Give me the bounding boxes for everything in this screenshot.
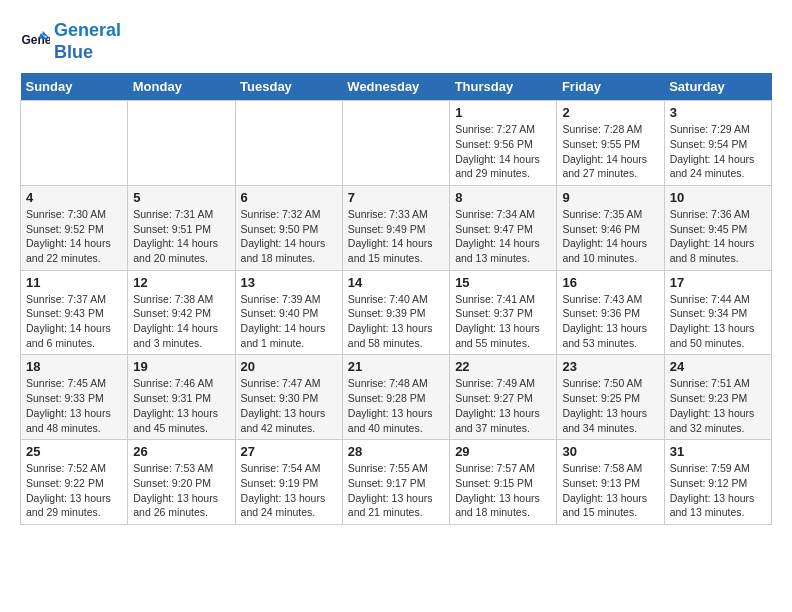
weekday-header-wednesday: Wednesday bbox=[342, 73, 449, 101]
weekday-header-monday: Monday bbox=[128, 73, 235, 101]
day-info: Sunrise: 7:48 AM Sunset: 9:28 PM Dayligh… bbox=[348, 376, 444, 435]
logo-text: General Blue bbox=[54, 20, 121, 63]
day-info: Sunrise: 7:39 AM Sunset: 9:40 PM Dayligh… bbox=[241, 292, 337, 351]
calendar-cell: 4Sunrise: 7:30 AM Sunset: 9:52 PM Daylig… bbox=[21, 185, 128, 270]
day-info: Sunrise: 7:58 AM Sunset: 9:13 PM Dayligh… bbox=[562, 461, 658, 520]
day-info: Sunrise: 7:37 AM Sunset: 9:43 PM Dayligh… bbox=[26, 292, 122, 351]
day-info: Sunrise: 7:32 AM Sunset: 9:50 PM Dayligh… bbox=[241, 207, 337, 266]
day-number: 15 bbox=[455, 275, 551, 290]
day-number: 13 bbox=[241, 275, 337, 290]
day-number: 24 bbox=[670, 359, 766, 374]
day-info: Sunrise: 7:59 AM Sunset: 9:12 PM Dayligh… bbox=[670, 461, 766, 520]
day-info: Sunrise: 7:57 AM Sunset: 9:15 PM Dayligh… bbox=[455, 461, 551, 520]
day-info: Sunrise: 7:40 AM Sunset: 9:39 PM Dayligh… bbox=[348, 292, 444, 351]
calendar-cell: 5Sunrise: 7:31 AM Sunset: 9:51 PM Daylig… bbox=[128, 185, 235, 270]
calendar-cell: 26Sunrise: 7:53 AM Sunset: 9:20 PM Dayli… bbox=[128, 440, 235, 525]
calendar-cell: 30Sunrise: 7:58 AM Sunset: 9:13 PM Dayli… bbox=[557, 440, 664, 525]
calendar-cell: 21Sunrise: 7:48 AM Sunset: 9:28 PM Dayli… bbox=[342, 355, 449, 440]
weekday-header-saturday: Saturday bbox=[664, 73, 771, 101]
logo: General General Blue bbox=[20, 20, 121, 63]
calendar-cell bbox=[128, 101, 235, 186]
day-number: 31 bbox=[670, 444, 766, 459]
calendar-cell: 13Sunrise: 7:39 AM Sunset: 9:40 PM Dayli… bbox=[235, 270, 342, 355]
calendar-cell: 9Sunrise: 7:35 AM Sunset: 9:46 PM Daylig… bbox=[557, 185, 664, 270]
day-number: 25 bbox=[26, 444, 122, 459]
day-info: Sunrise: 7:53 AM Sunset: 9:20 PM Dayligh… bbox=[133, 461, 229, 520]
day-info: Sunrise: 7:34 AM Sunset: 9:47 PM Dayligh… bbox=[455, 207, 551, 266]
calendar-cell: 28Sunrise: 7:55 AM Sunset: 9:17 PM Dayli… bbox=[342, 440, 449, 525]
day-number: 21 bbox=[348, 359, 444, 374]
calendar-cell: 19Sunrise: 7:46 AM Sunset: 9:31 PM Dayli… bbox=[128, 355, 235, 440]
day-info: Sunrise: 7:44 AM Sunset: 9:34 PM Dayligh… bbox=[670, 292, 766, 351]
day-number: 20 bbox=[241, 359, 337, 374]
day-info: Sunrise: 7:49 AM Sunset: 9:27 PM Dayligh… bbox=[455, 376, 551, 435]
day-info: Sunrise: 7:30 AM Sunset: 9:52 PM Dayligh… bbox=[26, 207, 122, 266]
calendar-cell: 16Sunrise: 7:43 AM Sunset: 9:36 PM Dayli… bbox=[557, 270, 664, 355]
calendar-cell: 2Sunrise: 7:28 AM Sunset: 9:55 PM Daylig… bbox=[557, 101, 664, 186]
calendar-cell: 7Sunrise: 7:33 AM Sunset: 9:49 PM Daylig… bbox=[342, 185, 449, 270]
day-info: Sunrise: 7:28 AM Sunset: 9:55 PM Dayligh… bbox=[562, 122, 658, 181]
calendar-cell bbox=[235, 101, 342, 186]
day-number: 5 bbox=[133, 190, 229, 205]
day-info: Sunrise: 7:50 AM Sunset: 9:25 PM Dayligh… bbox=[562, 376, 658, 435]
day-number: 29 bbox=[455, 444, 551, 459]
calendar-cell: 11Sunrise: 7:37 AM Sunset: 9:43 PM Dayli… bbox=[21, 270, 128, 355]
day-info: Sunrise: 7:51 AM Sunset: 9:23 PM Dayligh… bbox=[670, 376, 766, 435]
calendar-cell: 24Sunrise: 7:51 AM Sunset: 9:23 PM Dayli… bbox=[664, 355, 771, 440]
day-info: Sunrise: 7:52 AM Sunset: 9:22 PM Dayligh… bbox=[26, 461, 122, 520]
calendar-cell: 10Sunrise: 7:36 AM Sunset: 9:45 PM Dayli… bbox=[664, 185, 771, 270]
calendar-cell bbox=[342, 101, 449, 186]
day-info: Sunrise: 7:55 AM Sunset: 9:17 PM Dayligh… bbox=[348, 461, 444, 520]
day-info: Sunrise: 7:47 AM Sunset: 9:30 PM Dayligh… bbox=[241, 376, 337, 435]
logo-icon: General bbox=[20, 27, 50, 57]
calendar-cell: 6Sunrise: 7:32 AM Sunset: 9:50 PM Daylig… bbox=[235, 185, 342, 270]
day-number: 22 bbox=[455, 359, 551, 374]
page-header: General General Blue bbox=[20, 20, 772, 63]
weekday-header-thursday: Thursday bbox=[450, 73, 557, 101]
day-info: Sunrise: 7:31 AM Sunset: 9:51 PM Dayligh… bbox=[133, 207, 229, 266]
day-number: 2 bbox=[562, 105, 658, 120]
day-info: Sunrise: 7:27 AM Sunset: 9:56 PM Dayligh… bbox=[455, 122, 551, 181]
day-number: 23 bbox=[562, 359, 658, 374]
day-number: 16 bbox=[562, 275, 658, 290]
calendar-table: SundayMondayTuesdayWednesdayThursdayFrid… bbox=[20, 73, 772, 525]
day-number: 14 bbox=[348, 275, 444, 290]
day-info: Sunrise: 7:54 AM Sunset: 9:19 PM Dayligh… bbox=[241, 461, 337, 520]
day-number: 27 bbox=[241, 444, 337, 459]
calendar-cell: 25Sunrise: 7:52 AM Sunset: 9:22 PM Dayli… bbox=[21, 440, 128, 525]
day-number: 11 bbox=[26, 275, 122, 290]
day-number: 30 bbox=[562, 444, 658, 459]
day-info: Sunrise: 7:46 AM Sunset: 9:31 PM Dayligh… bbox=[133, 376, 229, 435]
day-number: 12 bbox=[133, 275, 229, 290]
day-info: Sunrise: 7:45 AM Sunset: 9:33 PM Dayligh… bbox=[26, 376, 122, 435]
calendar-cell: 3Sunrise: 7:29 AM Sunset: 9:54 PM Daylig… bbox=[664, 101, 771, 186]
calendar-cell: 31Sunrise: 7:59 AM Sunset: 9:12 PM Dayli… bbox=[664, 440, 771, 525]
weekday-header-tuesday: Tuesday bbox=[235, 73, 342, 101]
calendar-cell: 20Sunrise: 7:47 AM Sunset: 9:30 PM Dayli… bbox=[235, 355, 342, 440]
calendar-cell: 15Sunrise: 7:41 AM Sunset: 9:37 PM Dayli… bbox=[450, 270, 557, 355]
calendar-cell: 14Sunrise: 7:40 AM Sunset: 9:39 PM Dayli… bbox=[342, 270, 449, 355]
day-info: Sunrise: 7:29 AM Sunset: 9:54 PM Dayligh… bbox=[670, 122, 766, 181]
day-number: 26 bbox=[133, 444, 229, 459]
calendar-cell: 23Sunrise: 7:50 AM Sunset: 9:25 PM Dayli… bbox=[557, 355, 664, 440]
day-number: 18 bbox=[26, 359, 122, 374]
day-number: 8 bbox=[455, 190, 551, 205]
calendar-cell: 18Sunrise: 7:45 AM Sunset: 9:33 PM Dayli… bbox=[21, 355, 128, 440]
weekday-header-friday: Friday bbox=[557, 73, 664, 101]
weekday-header-sunday: Sunday bbox=[21, 73, 128, 101]
calendar-cell: 1Sunrise: 7:27 AM Sunset: 9:56 PM Daylig… bbox=[450, 101, 557, 186]
day-info: Sunrise: 7:36 AM Sunset: 9:45 PM Dayligh… bbox=[670, 207, 766, 266]
day-info: Sunrise: 7:41 AM Sunset: 9:37 PM Dayligh… bbox=[455, 292, 551, 351]
day-info: Sunrise: 7:43 AM Sunset: 9:36 PM Dayligh… bbox=[562, 292, 658, 351]
day-number: 7 bbox=[348, 190, 444, 205]
day-info: Sunrise: 7:35 AM Sunset: 9:46 PM Dayligh… bbox=[562, 207, 658, 266]
day-number: 4 bbox=[26, 190, 122, 205]
day-number: 6 bbox=[241, 190, 337, 205]
day-info: Sunrise: 7:38 AM Sunset: 9:42 PM Dayligh… bbox=[133, 292, 229, 351]
day-number: 17 bbox=[670, 275, 766, 290]
calendar-cell bbox=[21, 101, 128, 186]
day-number: 28 bbox=[348, 444, 444, 459]
day-number: 1 bbox=[455, 105, 551, 120]
calendar-cell: 27Sunrise: 7:54 AM Sunset: 9:19 PM Dayli… bbox=[235, 440, 342, 525]
day-number: 19 bbox=[133, 359, 229, 374]
